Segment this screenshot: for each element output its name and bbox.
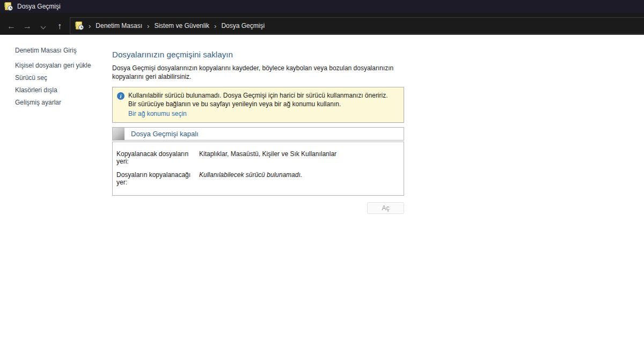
copy-from-label: Kopyalanacak dosyaların yeri:: [116, 150, 199, 165]
content-area: Denetim Masası Giriş Kişisel dosyaları g…: [0, 35, 644, 362]
copy-from-value: Kitaplıklar, Masaüstü, Kişiler ve Sık Ku…: [199, 150, 336, 165]
breadcrumb-separator-icon: ›: [89, 23, 91, 29]
navigation-bar: ← → ↑ › Denetim Masası › Sistem ve Güven…: [0, 13, 644, 35]
table-row: Kopyalanacak dosyaların yeri: Kitaplıkla…: [116, 150, 404, 165]
info-icon: i: [117, 92, 125, 100]
window-title: Dosya Geçmişi: [17, 3, 61, 10]
sidebar: Denetim Masası Giriş Kişisel dosyaları g…: [0, 35, 112, 111]
copy-to-label: Dosyaların kopyalanacağı yer:: [116, 171, 199, 186]
file-history-app-icon: [4, 2, 13, 11]
main-panel: Dosyalarınızın geçmişini saklayın Dosya …: [112, 35, 413, 214]
address-bar[interactable]: › Denetim Masası › Sistem ve Güvenlik › …: [70, 17, 644, 34]
table-row: Dosyaların kopyalanacağı yer: Kullanılab…: [116, 171, 404, 186]
select-network-location-link[interactable]: Bir ağ konumu seçin: [128, 110, 187, 117]
breadcrumb-separator-icon: ›: [147, 23, 149, 29]
forward-icon[interactable]: →: [19, 19, 35, 34]
status-details: Kopyalanacak dosyaların yeri: Kitaplıkla…: [112, 142, 404, 196]
sidebar-item-control-panel-home[interactable]: Denetim Masası Giriş: [15, 47, 112, 54]
sidebar-item-select-drive[interactable]: Sürücü seç: [15, 74, 112, 82]
recent-locations-chevron-icon[interactable]: [35, 19, 52, 34]
turn-on-button[interactable]: Aç: [367, 202, 404, 214]
page-description: Dosya Geçmişi dosyalarınızın kopyalarını…: [112, 64, 405, 81]
sidebar-item-restore-personal-files[interactable]: Kişisel dosyaları geri yükle: [15, 62, 112, 69]
warning-banner: i Kullanılabilir sürücü bulunamadı. Dosy…: [112, 87, 404, 123]
file-history-location-icon: [75, 21, 84, 30]
status-header: Dosya Geçmişi kapalı: [112, 127, 404, 141]
back-icon[interactable]: ←: [3, 19, 19, 34]
nav-buttons: ← → ↑: [3, 18, 68, 34]
breadcrumb-system-security[interactable]: Sistem ve Güvenlik: [154, 22, 209, 29]
page-title: Dosyalarınızın geçmişini saklayın: [112, 50, 413, 59]
button-row: Aç: [112, 202, 404, 214]
breadcrumb-separator-icon: ›: [214, 23, 216, 29]
breadcrumb-file-history[interactable]: Dosya Geçmişi: [221, 22, 265, 29]
up-icon[interactable]: ↑: [52, 19, 68, 34]
copy-to-value: Kullanılabilecek sürücü bulunamadı.: [199, 171, 302, 186]
title-bar: Dosya Geçmişi: [0, 0, 644, 13]
status-title: Dosya Geçmişi kapalı: [131, 130, 199, 138]
sidebar-item-exclude-folders[interactable]: Klasörleri dışla: [15, 86, 112, 94]
warning-text: Kullanılabilir sürücü bulunamadı. Dosya …: [128, 91, 391, 108]
file-history-off-status-icon: [113, 128, 125, 140]
sidebar-item-advanced-settings[interactable]: Gelişmiş ayarlar: [15, 99, 112, 106]
breadcrumb-control-panel[interactable]: Denetim Masası: [96, 22, 142, 29]
